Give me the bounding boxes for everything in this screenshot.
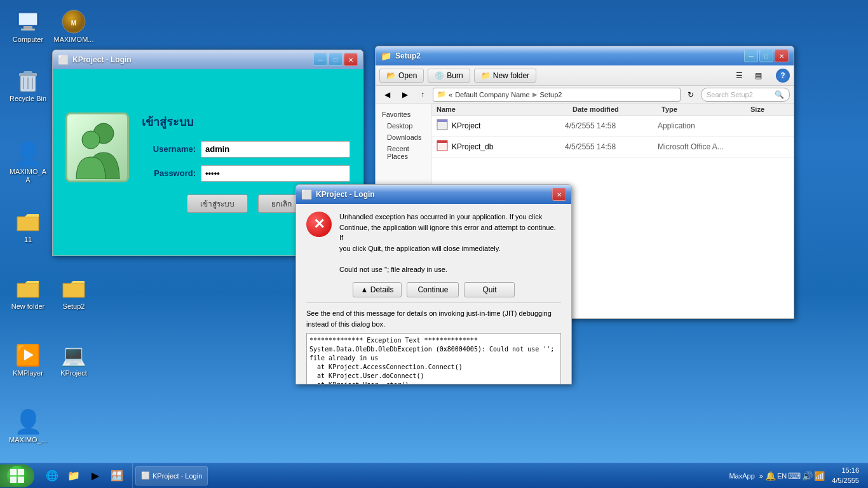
view-details-btn[interactable]: ▤ (750, 69, 766, 83)
continue-button[interactable]: Continue (407, 282, 459, 297)
sidebar-item-desktop[interactable]: Desktop (378, 120, 428, 132)
taskbar: 🌐 📁 ▶ 🪟 ⬜ KProject - Login MaxApp » 🔔 EN… (0, 463, 868, 488)
explorer-quicklaunch-btn[interactable]: 📁 (64, 467, 84, 485)
col-size-header[interactable]: Size (750, 105, 789, 113)
clock-time: 15:16 (832, 466, 859, 475)
up-button[interactable]: ↑ (415, 88, 430, 102)
login-avatar (65, 112, 129, 182)
details-button[interactable]: ▲ Details (353, 282, 402, 297)
kproject-db-file-icon (437, 140, 448, 154)
system-tray: MaxApp » 🔔 EN ⌨ 🔊 📶 15:16 4/5/2555 (725, 466, 868, 485)
computer-icon (15, 9, 41, 34)
media-quicklaunch-btn[interactable]: ▶ (85, 467, 105, 485)
file-date-kproject-db: 4/5/2555 14:58 (565, 142, 654, 151)
open-button[interactable]: 📂 Open (379, 69, 424, 83)
svg-rect-1 (19, 13, 37, 25)
folder-11-label: 11 (24, 236, 32, 244)
file-date-kproject: 4/5/2555 14:58 (565, 121, 654, 130)
desktop-icon-maximom[interactable]: M MAXIMOM... (51, 6, 97, 46)
maximo-aa-label: MAXIMO_AA (8, 168, 48, 184)
app-quicklaunch-btn[interactable]: 🪟 (107, 467, 127, 485)
address-bar[interactable]: 📁 « Default Company Name ▶ Setup2 (433, 88, 681, 102)
file-list-header: Name Date modified Type Size (431, 104, 794, 116)
login-titlebar[interactable]: ⬜ KProject - Login ─ □ ✕ (53, 50, 363, 69)
explorer-close-btn[interactable]: ✕ (775, 50, 789, 62)
error-titlebar[interactable]: ⬜ KProject - Login ✕ (296, 185, 571, 204)
address-icon: 📁 (437, 90, 446, 98)
file-row-kproject-db[interactable]: KProject_db 4/5/2555 14:58 Microsoft Off… (431, 137, 794, 158)
newfolder-label: New folder (11, 302, 45, 311)
login-submit-btn[interactable]: เข้าสู่ระบบ (187, 194, 248, 213)
setup2-icon (61, 276, 86, 301)
svg-rect-18 (10, 469, 17, 475)
taskbar-kproject-label: KProject - Login (153, 472, 202, 480)
desktop-icon-maximo-aa[interactable]: 👤 MAXIMO_AA (5, 139, 51, 187)
svg-rect-2 (24, 26, 32, 29)
col-date-header[interactable]: Date modified (573, 105, 661, 113)
explorer-maximize-btn[interactable]: □ (759, 50, 773, 62)
breadcrumb-sep: ▶ (532, 91, 538, 98)
login-window-controls: ─ □ ✕ (313, 53, 358, 66)
sidebar-item-downloads[interactable]: Downloads (378, 132, 428, 143)
svg-point-17 (82, 131, 100, 149)
maxapp-label: MaxApp (729, 472, 754, 480)
tray-icon-lang[interactable]: EN (777, 472, 787, 480)
desktop-icon-11[interactable]: 11 (5, 207, 51, 247)
view-toggle-btn[interactable]: ☰ (731, 69, 747, 83)
quit-button[interactable]: Quit (464, 282, 515, 297)
svg-rect-8 (24, 71, 32, 74)
maximom-icon: M (61, 9, 86, 34)
desktop-icon-computer[interactable]: Computer (5, 6, 51, 46)
details-hint-text: See the end of this message for details … (306, 308, 561, 329)
error-message-area: ✕ Unhandled exception has occurred in yo… (306, 212, 561, 274)
recycle-bin-label: Recycle Bin (10, 95, 46, 103)
breadcrumb-part1: « (449, 91, 452, 98)
desktop-icon-setup2[interactable]: Setup2 (51, 273, 97, 313)
login-minimize-btn[interactable]: ─ (313, 53, 327, 66)
explorer-titlebar[interactable]: 📁 Setup2 ─ □ ✕ (376, 46, 794, 65)
start-button[interactable] (0, 464, 34, 487)
login-window-title: KProject - Login (72, 55, 309, 64)
error-icon: ✕ (306, 212, 332, 237)
login-close-btn[interactable]: ✕ (344, 53, 358, 66)
newfolder-icon (15, 276, 41, 301)
back-button[interactable]: ◀ (379, 88, 395, 102)
desktop-icon-kproject-desktop[interactable]: 💻 KProject (51, 340, 97, 380)
search-box[interactable]: Search Setup2 🔍 (701, 88, 790, 102)
taskbar-clock[interactable]: 15:16 4/5/2555 (827, 466, 864, 485)
search-placeholder: Search Setup2 (707, 91, 753, 98)
desktop-icon-maximo2[interactable]: 👤 MAXIMO_... (5, 407, 51, 447)
clock-date: 4/5/2555 (832, 476, 859, 485)
password-input[interactable] (201, 165, 350, 182)
file-row-kproject[interactable]: KProject 4/5/2555 14:58 Application (431, 116, 794, 137)
login-maximize-btn[interactable]: □ (329, 53, 342, 66)
desktop-icon-newfolder[interactable]: New folder (5, 273, 51, 313)
desktop-icon-kmplayer[interactable]: ▶️ KMPlayer (5, 340, 51, 380)
sidebar-item-favorites[interactable]: Favorites (378, 109, 428, 120)
forward-button[interactable]: ▶ (397, 88, 412, 102)
help-button[interactable]: ? (776, 69, 790, 83)
refresh-btn[interactable]: ↻ (683, 88, 698, 102)
burn-button[interactable]: 💿 Burn (428, 69, 470, 83)
file-name-kproject-db: KProject_db (452, 142, 561, 151)
explorer-nav: ◀ ▶ ↑ 📁 « Default Company Name ▶ Setup2 … (376, 86, 794, 104)
exception-text-area[interactable] (306, 333, 561, 384)
username-input[interactable] (201, 141, 350, 158)
desktop-icon-recycle[interactable]: Recycle Bin (5, 65, 51, 105)
ie-quicklaunch-btn[interactable]: 🌐 (42, 467, 62, 485)
tray-arrow[interactable]: » (759, 472, 763, 480)
explorer-minimize-btn[interactable]: ─ (744, 50, 758, 62)
error-close-btn[interactable]: ✕ (552, 188, 566, 201)
sidebar-item-recent[interactable]: Recent Places (378, 143, 428, 162)
taskbar-kproject-btn[interactable]: ⬜ KProject - Login (135, 466, 208, 485)
col-type-header[interactable]: Type (661, 105, 750, 113)
error-window-controls: ✕ (552, 188, 566, 201)
kproject-desktop-icon: 💻 (61, 342, 86, 368)
new-folder-button[interactable]: 📁 New folder (474, 69, 536, 83)
col-name-header[interactable]: Name (437, 105, 573, 113)
svg-rect-20 (10, 477, 17, 483)
svg-rect-3 (21, 29, 35, 30)
open-icon: 📂 (386, 71, 396, 80)
breadcrumb-company: Default Company Name (455, 91, 529, 98)
svg-rect-13 (437, 119, 447, 122)
